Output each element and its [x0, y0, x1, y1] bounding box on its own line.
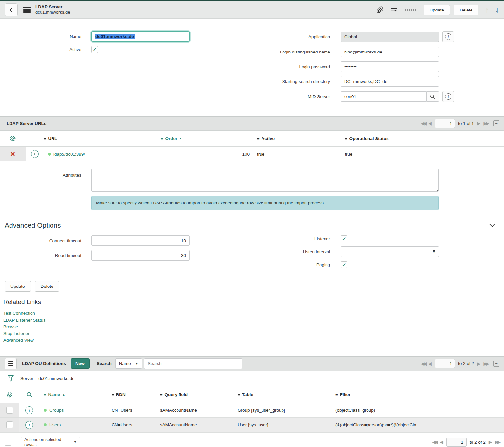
read-timeout-field[interactable]: [91, 250, 190, 261]
more-options-icon[interactable]: [405, 9, 416, 11]
name-field[interactable]: dc01.mmworks.de: [91, 31, 190, 42]
ou-footer-page-input[interactable]: [446, 438, 467, 447]
column-header-url[interactable]: ≡URL: [44, 136, 161, 141]
column-menu-icon[interactable]: ≡: [335, 392, 338, 397]
list-search-input[interactable]: [144, 358, 242, 369]
column-menu-icon[interactable]: ≡: [345, 136, 347, 141]
mid-server-field[interactable]: [341, 91, 427, 102]
column-menu-icon[interactable]: ≡: [257, 136, 260, 141]
column-menu-icon[interactable]: ≡: [160, 392, 163, 397]
actions-on-selected-rows-select[interactable]: Actions on selected rows... ▼: [21, 437, 80, 447]
mid-server-info-button[interactable]: i: [442, 91, 454, 102]
gear-icon[interactable]: [0, 135, 26, 142]
chevron-down-icon[interactable]: [488, 223, 496, 228]
delete-button-footer[interactable]: Delete: [35, 281, 59, 292]
row-select-checkbox[interactable]: ✓: [6, 421, 13, 428]
advanced-options-header[interactable]: Advanced Options: [0, 216, 504, 235]
paging-checkbox[interactable]: ✓: [341, 261, 347, 268]
form-context-menu-icon[interactable]: [23, 6, 31, 14]
filter-breadcrumb[interactable]: Server = dc01.mmworks.de: [20, 376, 74, 381]
attachment-icon[interactable]: [376, 6, 384, 13]
next-page-icon[interactable]: ▶: [477, 121, 481, 126]
urls-table-header: ≡URL ≡Order▲ ≡Active ≡Operational Status: [0, 131, 504, 147]
page-title: LDAP Server: [35, 4, 70, 10]
connect-timeout-field[interactable]: [91, 235, 190, 246]
column-header-name[interactable]: ≡Name▲: [39, 392, 109, 397]
column-menu-icon[interactable]: ≡: [112, 392, 114, 397]
previous-record-icon[interactable]: ↑: [485, 5, 489, 14]
column-header-order[interactable]: ≡Order▲: [161, 136, 254, 141]
last-page-icon[interactable]: ▶▶: [483, 121, 488, 126]
first-page-icon[interactable]: ◀◀: [432, 439, 437, 445]
column-header-query-field[interactable]: ≡Query field: [158, 392, 235, 397]
column-header-rdn[interactable]: ≡RDN: [109, 392, 158, 397]
filter-funnel-icon[interactable]: [7, 375, 14, 383]
column-menu-icon[interactable]: ≡: [44, 392, 46, 397]
filter-cell: (objectClass=group): [333, 408, 504, 413]
urls-list-titlebar: LDAP Server URLs ◀◀ ◀ to 1 of 1 ▶ ▶▶ −: [0, 116, 504, 131]
ou-footer-pagination: ◀◀ ◀ to 2 of 2 ▶ ▶▶: [432, 438, 499, 447]
new-button[interactable]: New: [71, 358, 90, 369]
column-header-operational-status[interactable]: ≡Operational Status: [342, 136, 504, 141]
personalize-form-icon[interactable]: [390, 6, 398, 13]
column-menu-icon[interactable]: ≡: [44, 136, 46, 141]
urls-page-input[interactable]: [435, 119, 455, 128]
related-link-test-connection[interactable]: Test Connection: [3, 310, 499, 317]
collapse-list-icon[interactable]: −: [494, 361, 499, 367]
ou-list-footer: ✓ Actions on selected rows... ▼ ◀◀ ◀ to …: [0, 433, 504, 447]
previous-page-icon[interactable]: ◀: [428, 361, 432, 366]
next-record-icon[interactable]: ↓: [495, 5, 499, 14]
related-link-advanced-view[interactable]: Advanced View: [3, 337, 499, 344]
record-preview-icon[interactable]: i: [31, 150, 39, 158]
next-page-icon[interactable]: ▶: [477, 361, 481, 366]
column-menu-icon[interactable]: ≡: [161, 136, 163, 141]
row-select-checkbox[interactable]: ✓: [6, 407, 13, 414]
next-page-icon[interactable]: ▶: [489, 439, 492, 445]
application-info-button[interactable]: i: [442, 31, 454, 42]
connect-timeout-label: Connect timeout: [0, 238, 81, 243]
listener-checkbox[interactable]: ✓: [341, 235, 347, 242]
listener-label: Listener: [252, 236, 330, 241]
sort-ascending-icon: ▲: [179, 137, 182, 140]
sort-ascending-icon: ▲: [62, 393, 65, 396]
related-link-browse[interactable]: Browse: [3, 324, 499, 330]
column-header-active[interactable]: ≡Active: [254, 136, 342, 141]
ou-page-input[interactable]: [435, 359, 455, 368]
login-dn-field[interactable]: [341, 47, 439, 57]
related-link-stop-listener[interactable]: Stop Listener: [3, 330, 499, 337]
search-directory-field[interactable]: [341, 76, 439, 87]
search-field-select[interactable]: Name ▼: [116, 358, 142, 369]
first-page-icon[interactable]: ◀◀: [421, 361, 426, 366]
select-all-checkbox[interactable]: ✓: [5, 439, 11, 446]
column-header-filter[interactable]: ≡Filter: [333, 392, 504, 397]
record-preview-icon[interactable]: i: [25, 406, 33, 414]
login-password-field[interactable]: [341, 61, 439, 72]
advanced-options-title: Advanced Options: [5, 222, 61, 229]
last-page-icon[interactable]: ▶▶: [483, 361, 488, 366]
attributes-field[interactable]: [91, 169, 439, 192]
list-context-menu-icon[interactable]: [5, 358, 17, 369]
listen-interval-field[interactable]: [341, 246, 439, 257]
url-record-link[interactable]: ldap://dc01:389/: [53, 152, 85, 157]
list-search-icon[interactable]: [19, 391, 39, 398]
record-preview-icon[interactable]: i: [25, 421, 33, 429]
update-button-header[interactable]: Update: [424, 5, 450, 15]
ou-record-link[interactable]: Users: [49, 422, 61, 427]
column-menu-icon[interactable]: ≡: [238, 392, 240, 397]
back-button[interactable]: [5, 3, 18, 16]
mid-server-lookup-button[interactable]: [427, 91, 439, 102]
first-page-icon[interactable]: ◀◀: [421, 121, 426, 126]
ldap-ou-definitions-list: LDAP OU Definitions New Search Name ▼ ◀◀…: [0, 356, 504, 447]
active-checkbox[interactable]: ✓: [91, 46, 98, 53]
collapse-list-icon[interactable]: −: [494, 120, 499, 126]
column-header-table[interactable]: ≡Table: [235, 392, 333, 397]
delete-button-header[interactable]: Delete: [454, 5, 478, 15]
ou-record-link[interactable]: Groups: [49, 408, 64, 413]
previous-page-icon[interactable]: ◀: [428, 121, 432, 126]
gear-icon[interactable]: [0, 391, 19, 398]
delete-row-icon[interactable]: ×: [10, 150, 15, 158]
update-button-footer[interactable]: Update: [5, 281, 31, 292]
previous-page-icon[interactable]: ◀: [440, 439, 443, 445]
related-link-ldap-listener-status[interactable]: LDAP Listener Status: [3, 317, 499, 324]
last-page-icon[interactable]: ▶▶: [495, 439, 499, 445]
